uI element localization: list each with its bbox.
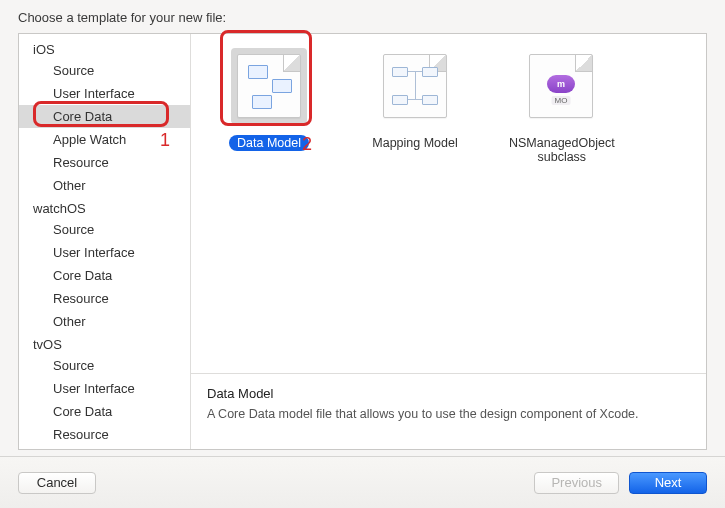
previous-button[interactable]: Previous [534, 472, 619, 494]
next-button[interactable]: Next [629, 472, 707, 494]
template-grid: Data ModelMapping ModelmMONSManagedObjec… [191, 34, 706, 373]
template-category-sidebar[interactable]: iOSSourceUser InterfaceCore DataApple Wa… [19, 34, 191, 449]
template-mapping-model[interactable]: Mapping Model [355, 48, 475, 151]
sidebar-item-core-data[interactable]: Core Data [19, 264, 190, 287]
description-body: A Core Data model file that allows you t… [207, 407, 690, 421]
sidebar-item-resource[interactable]: Resource [19, 151, 190, 174]
sidebar-item-source[interactable]: Source [19, 59, 190, 82]
sidebar-item-user-interface[interactable]: User Interface [19, 377, 190, 400]
data-model-icon [231, 48, 307, 124]
sidebar-item-resource[interactable]: Resource [19, 287, 190, 310]
dialog-title: Choose a template for your new file: [18, 10, 226, 25]
description-title: Data Model [207, 386, 690, 401]
sidebar-item-user-interface[interactable]: User Interface [19, 241, 190, 264]
template-nsmanagedobject[interactable]: mMONSManagedObject subclass [501, 48, 621, 165]
dialog-header: Choose a template for your new file: [0, 0, 725, 33]
sidebar-item-apple-watch[interactable]: Apple Watch [19, 128, 190, 151]
template-label: Mapping Model [364, 135, 465, 151]
new-file-template-dialog: Choose a template for your new file: iOS… [0, 0, 725, 508]
sidebar-section-ios[interactable]: iOS [19, 38, 190, 59]
mapping-model-icon [377, 48, 453, 124]
dialog-footer: Cancel Previous Next [0, 456, 725, 508]
template-label: Data Model [229, 135, 309, 151]
sidebar-item-user-interface[interactable]: User Interface [19, 82, 190, 105]
sidebar-item-other[interactable]: Other [19, 174, 190, 197]
sidebar-item-other[interactable]: Other [19, 310, 190, 333]
nsmanagedobject-icon: mMO [523, 48, 599, 124]
template-main-panel: Data ModelMapping ModelmMONSManagedObjec… [191, 34, 706, 449]
sidebar-item-source[interactable]: Source [19, 354, 190, 377]
sidebar-item-source[interactable]: Source [19, 218, 190, 241]
template-data-model[interactable]: Data Model [209, 48, 329, 151]
template-label: NSManagedObject subclass [501, 135, 623, 165]
sidebar-section-watchos[interactable]: watchOS [19, 197, 190, 218]
sidebar-item-core-data[interactable]: Core Data [19, 105, 190, 128]
template-description: Data Model A Core Data model file that a… [191, 373, 706, 449]
sidebar-item-core-data[interactable]: Core Data [19, 400, 190, 423]
cancel-button[interactable]: Cancel [18, 472, 96, 494]
sidebar-section-tvos[interactable]: tvOS [19, 333, 190, 354]
sidebar-item-resource[interactable]: Resource [19, 423, 190, 446]
dialog-body: iOSSourceUser InterfaceCore DataApple Wa… [18, 33, 707, 450]
